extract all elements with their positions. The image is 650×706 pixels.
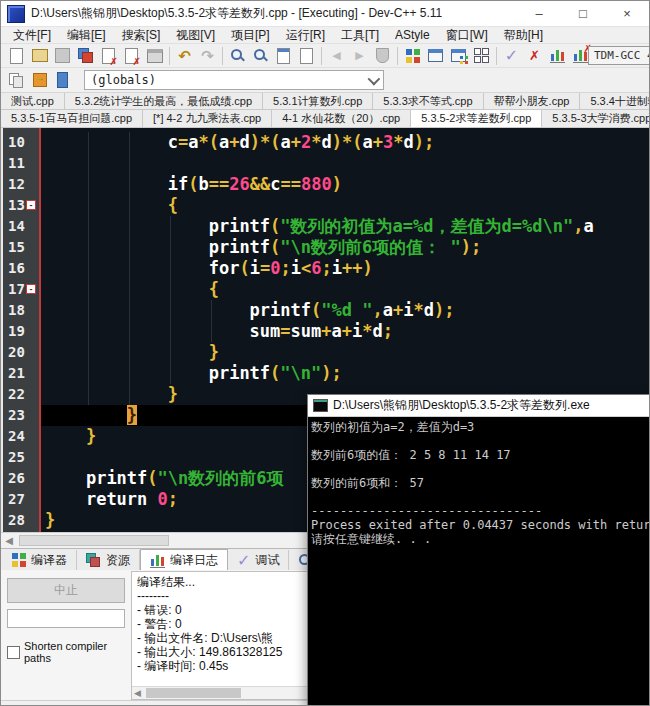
undo-icon: ↶ — [178, 47, 191, 65]
scroll-left-icon[interactable]: ◀ — [134, 688, 141, 698]
menu-item[interactable]: 运行[R] — [278, 27, 333, 44]
scope-selector[interactable]: (globals) — [84, 70, 384, 90]
maximize-button[interactable]: □ — [561, 1, 605, 26]
new-file-button[interactable] — [5, 46, 28, 66]
menu-item[interactable]: 项目[P] — [223, 27, 278, 44]
code-line[interactable]: 15printf("\n数列前6项的值： "); — [1, 237, 650, 258]
line-number: 11 — [1, 153, 39, 174]
code-text[interactable]: } — [41, 342, 650, 363]
syntax-check-button[interactable]: ✓ — [500, 46, 523, 66]
console-title-bar[interactable]: D:\Users\熊锦朋\Desktop\5.3.5-2求等差数列.exe — [308, 395, 650, 417]
scrollbar-thumb[interactable] — [19, 535, 169, 546]
redo-button[interactable]: ↷ — [196, 46, 219, 66]
editor-tab[interactable]: 5.3.2统计学生的最高，最低成绩.cpp — [65, 93, 263, 109]
bottom-tab-compile-log[interactable]: 编译日志 — [140, 549, 228, 570]
code-line[interactable]: 18printf("%d ",a+i*d); — [1, 300, 650, 321]
console-line: 请按任意键继续. . . — [311, 532, 647, 546]
code-line[interactable]: 17-{ — [1, 279, 650, 300]
code-line[interactable]: 13-{ — [1, 195, 650, 216]
code-line[interactable]: 16for(i=0;i<6;i++) — [1, 258, 650, 279]
compile-button[interactable] — [401, 46, 424, 66]
code-text[interactable]: if(b==26&&c==880) — [41, 174, 650, 195]
compile-run-button[interactable] — [447, 46, 470, 66]
print-button[interactable] — [143, 46, 166, 66]
shorten-paths-option[interactable]: Shorten compiler paths — [7, 640, 125, 664]
back-button[interactable]: ◀ — [325, 46, 348, 66]
bottom-tab-debug-check[interactable]: ✓调试 — [228, 550, 289, 570]
code-text[interactable] — [41, 153, 650, 174]
replace-button[interactable] — [272, 46, 295, 66]
editor-tab[interactable]: 5.3.5-1百马百担问题.cpp — [1, 110, 143, 127]
editor-tab[interactable]: 5.3.4十进制转换.cpp — [580, 93, 649, 109]
menu-item[interactable]: 文件[F] — [5, 27, 59, 44]
close-all-button[interactable] — [120, 46, 143, 66]
save-all-button[interactable] — [74, 46, 97, 66]
code-line[interactable]: 19sum=sum+a+i*d; — [1, 321, 650, 342]
abort-button[interactable]: 中止 — [7, 578, 125, 603]
code-line[interactable]: 12if(b==26&&c==880) — [1, 174, 650, 195]
code-line[interactable]: 10c=a*(a+d)*(a+2*d)*(a+3*d); — [1, 132, 650, 153]
fold-marker-icon[interactable]: - — [26, 284, 36, 294]
menu-item[interactable]: 搜索[S] — [114, 27, 169, 44]
forward-button[interactable]: ▶ — [348, 46, 371, 66]
new-file-icon — [10, 48, 23, 64]
code-line[interactable]: 21printf("\n"); — [1, 363, 650, 384]
minimize-button[interactable]: – — [517, 1, 561, 26]
code-text[interactable]: c=a*(a+d)*(a+2*d)*(a+3*d); — [41, 132, 650, 153]
editor-tab[interactable]: 5.3.5-3大学消费.cpp — [542, 110, 649, 127]
code-text[interactable]: sum=sum+a+i*d; — [41, 321, 650, 342]
title-bar[interactable]: D:\Users\熊锦朋\Desktop\5.3.5-2求等差数列.cpp - … — [1, 1, 649, 27]
fold-marker-icon[interactable]: - — [26, 200, 36, 210]
menu-item[interactable]: 编辑[E] — [59, 27, 114, 44]
editor-tab[interactable]: 5.3.5-2求等差数列.cpp — [411, 110, 542, 127]
abort-button[interactable]: ✗ — [523, 46, 546, 66]
bottom-tab-compiler-grid[interactable]: 编译器 — [3, 550, 77, 570]
open-file-button[interactable] — [28, 46, 51, 66]
editor-tab[interactable]: [*] 4-2 九九乘法表.cpp — [143, 110, 272, 127]
code-text[interactable]: { — [41, 279, 650, 300]
goto-declaration-icon — [33, 73, 47, 87]
goto-declaration-button[interactable] — [28, 70, 51, 90]
menu-item[interactable]: 视图[V] — [168, 27, 223, 44]
menu-item[interactable]: AStyle — [387, 28, 438, 42]
line-number: 18 — [1, 300, 39, 321]
scroll-left-icon[interactable]: ◀ — [3, 535, 15, 546]
find-next-button[interactable] — [249, 46, 272, 66]
checkbox-icon[interactable] — [7, 646, 20, 659]
run-button[interactable] — [424, 46, 447, 66]
console-icon — [313, 399, 328, 412]
code-text[interactable]: for(i=0;i<6;i++) — [41, 258, 650, 279]
scrollbar-thumb[interactable] — [146, 688, 241, 698]
breakpoint-button[interactable] — [371, 46, 394, 66]
menu-item[interactable]: 工具[T] — [333, 27, 387, 44]
pages-button[interactable] — [5, 70, 28, 90]
menu-item[interactable]: 帮助[H] — [496, 27, 551, 44]
code-text[interactable]: printf("%d ",a+i*d); — [41, 300, 650, 321]
code-text[interactable]: printf("\n"); — [41, 363, 650, 384]
class-browser-button[interactable] — [51, 70, 74, 90]
code-text[interactable]: printf("\n数列前6项的值： "); — [41, 237, 650, 258]
profile-button[interactable] — [546, 46, 569, 66]
rebuild-button[interactable] — [470, 46, 493, 66]
code-line[interactable]: 11 — [1, 153, 650, 174]
close-button[interactable]: × — [605, 1, 649, 26]
undo-button[interactable]: ↶ — [173, 46, 196, 66]
editor-tab[interactable]: 帮帮小朋友.cpp — [484, 93, 581, 109]
menu-item[interactable]: 窗口[W] — [438, 27, 496, 44]
editor-tab[interactable]: 测试.cpp — [1, 93, 65, 109]
code-line[interactable]: 20} — [1, 342, 650, 363]
editor-tab[interactable]: 4-1 水仙花数（20）.cpp — [272, 110, 411, 127]
code-text[interactable]: printf("数列的初值为a=%d，差值为d=%d\n",a — [41, 216, 650, 237]
code-line[interactable]: 14printf("数列的初值为a=%d，差值为d=%d\n",a — [1, 216, 650, 237]
close-file-button[interactable] — [97, 46, 120, 66]
code-text[interactable]: { — [41, 195, 650, 216]
goto-line-button[interactable] — [295, 46, 318, 66]
console-line: 数列的前6项和： 57 — [311, 476, 647, 490]
editor-tab[interactable]: 5.3.3求不等式.cpp — [373, 93, 483, 109]
bottom-tab-resources[interactable]: 资源 — [77, 550, 140, 570]
compiler-select[interactable]: TDM-GCC 4.9 — [588, 46, 650, 65]
compile-run-icon — [451, 49, 466, 62]
editor-tab[interactable]: 5.3.1计算数列.cpp — [263, 93, 373, 109]
save-button[interactable] — [51, 46, 74, 66]
find-button[interactable] — [226, 46, 249, 66]
